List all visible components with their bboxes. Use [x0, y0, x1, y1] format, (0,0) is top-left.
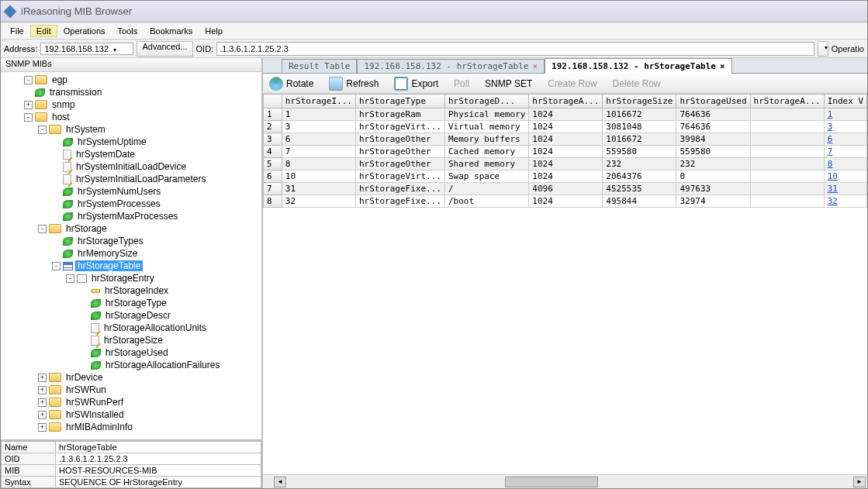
menu-file[interactable]: File [4, 25, 30, 37]
cell[interactable]: 8 [282, 158, 355, 170]
tree-node-hrSWRunPerf[interactable]: +hrSWRunPerf [1, 396, 261, 408]
cell[interactable]: Cached memory [444, 146, 528, 158]
cell[interactable] [750, 121, 824, 133]
export-button[interactable]: Export [394, 77, 438, 91]
cell[interactable]: hrStorageFixe... [355, 195, 444, 208]
cell[interactable]: 1016672 [603, 133, 676, 146]
menu-tools[interactable]: Tools [112, 25, 144, 37]
cell[interactable]: 6 [282, 133, 355, 146]
cell[interactable]: 1024 [529, 158, 603, 170]
row-number[interactable]: 6 [264, 170, 282, 183]
expander-icon[interactable]: + [38, 386, 47, 394]
cell[interactable]: Memory buffers [444, 133, 528, 146]
tree-node-hrStorageSize[interactable]: hrStorageSize [1, 334, 261, 346]
cell[interactable]: hrStorageFixe... [355, 183, 444, 195]
menu-help[interactable]: Help [199, 25, 229, 37]
cell[interactable]: 1024 [529, 133, 603, 146]
cell[interactable]: 1024 [529, 170, 603, 183]
cell[interactable]: 232 [676, 158, 750, 170]
cell[interactable]: 559580 [676, 146, 750, 158]
cell[interactable]: 3081048 [603, 121, 676, 133]
row-number[interactable]: 1 [264, 108, 282, 121]
cell[interactable]: 32 [282, 195, 355, 208]
tree-node-hrStorage[interactable]: -hrStorage [1, 222, 261, 235]
cell[interactable]: 764636 [676, 108, 750, 121]
cell[interactable]: 7 [282, 146, 355, 158]
scroll-thumb[interactable] [505, 477, 598, 487]
close-icon[interactable]: × [532, 61, 538, 71]
cell[interactable]: 7 [824, 146, 866, 158]
tree-node-hrStorageUsed[interactable]: hrStorageUsed [1, 346, 261, 359]
cell[interactable]: Virtual memory [444, 121, 528, 133]
row-number[interactable]: 8 [264, 195, 282, 208]
cell[interactable]: 31 [824, 183, 866, 195]
expander-icon[interactable]: - [38, 126, 47, 134]
tree-node-hrSystemProcesses[interactable]: hrSystemProcesses [1, 198, 261, 210]
tree-node-hrStorageTable[interactable]: -hrStorageTable [1, 260, 261, 272]
tree-node-hrMemorySize[interactable]: hrMemorySize [1, 247, 261, 260]
scroll-left-icon[interactable]: ◄ [274, 477, 286, 487]
cell[interactable]: 3 [282, 121, 355, 133]
column-header[interactable]: hrStorageA... [750, 95, 824, 108]
cell[interactable]: Physical memory [444, 108, 528, 121]
tree-node-hrStorageDescr[interactable]: hrStorageDescr [1, 309, 261, 322]
cell[interactable]: /boot [444, 195, 528, 208]
tree-node-hrSystemMaxProcesses[interactable]: hrSystemMaxProcesses [1, 210, 261, 222]
cell[interactable] [750, 133, 824, 146]
column-header[interactable]: hrStorageI... [282, 95, 355, 108]
cell[interactable]: 1024 [529, 146, 603, 158]
tree-node-hrSystemNumUsers[interactable]: hrSystemNumUsers [1, 185, 261, 198]
column-header[interactable]: hrStorageA... [529, 95, 603, 108]
close-icon[interactable]: × [720, 61, 725, 71]
expander-icon[interactable]: - [24, 76, 33, 84]
cell[interactable]: 1016672 [603, 108, 676, 121]
expander-icon[interactable]: - [24, 113, 33, 122]
address-input[interactable]: 192.168.158.132 [40, 43, 133, 55]
cell[interactable]: 10 [282, 170, 355, 183]
cell[interactable]: / [444, 183, 528, 195]
tree-node-hrSWInstalled[interactable]: +hrSWInstalled [1, 408, 261, 421]
cell[interactable] [750, 195, 824, 208]
cell[interactable]: 1024 [529, 195, 603, 208]
row-number[interactable]: 2 [264, 121, 282, 133]
cell[interactable]: 1 [282, 108, 355, 121]
cell[interactable]: 1024 [529, 121, 603, 133]
cell[interactable]: 31 [282, 183, 355, 195]
cell[interactable]: 1024 [529, 108, 603, 121]
cell[interactable]: 32 [824, 195, 866, 208]
tree-node-hrStorageType[interactable]: hrStorageType [1, 297, 261, 309]
tree-node-hrStorageAllocationFailures[interactable]: hrStorageAllocationFailures [1, 359, 261, 371]
cell[interactable] [750, 108, 824, 121]
tree-node-hrStorageTypes[interactable]: hrStorageTypes [1, 235, 261, 247]
tree-node-hrStorageAllocationUnits[interactable]: hrStorageAllocationUnits [1, 322, 261, 334]
cell[interactable]: 4096 [529, 183, 603, 195]
row-number[interactable]: 4 [264, 146, 282, 158]
cell[interactable]: 10 [824, 170, 866, 183]
cell[interactable]: 559580 [603, 146, 676, 158]
mib-tree[interactable]: -egptransmission+snmp-host-hrSystemhrSys… [1, 72, 261, 439]
tree-node-hrStorageIndex[interactable]: hrStorageIndex [1, 284, 261, 297]
cell[interactable]: hrStorageRam [355, 108, 444, 121]
tab[interactable]: 192.168.158.132 - hrStorageTable× [357, 59, 545, 73]
cell[interactable]: 39984 [676, 133, 750, 146]
cell[interactable] [750, 158, 824, 170]
expander-icon[interactable]: - [52, 262, 61, 270]
cell[interactable]: 1 [824, 108, 866, 121]
cell[interactable]: 497633 [676, 183, 750, 195]
column-header[interactable]: hrStorageSize [603, 95, 676, 108]
row-number[interactable]: 7 [264, 183, 282, 195]
tab[interactable]: 192.168.158.132 - hrStorageTable× [545, 58, 732, 74]
menu-operations[interactable]: Operations [57, 25, 112, 37]
row-number[interactable]: 5 [264, 158, 282, 170]
tree-node-hrMIBAdminInfo[interactable]: +hrMIBAdminInfo [1, 421, 261, 433]
horizontal-scrollbar[interactable]: ◄ ► [263, 474, 867, 488]
tree-node-egp[interactable]: -egp [1, 74, 261, 86]
cell[interactable]: Swap space [444, 170, 528, 183]
cell[interactable]: 8 [824, 158, 866, 170]
tree-node-hrSystemDate[interactable]: hrSystemDate [1, 148, 261, 160]
advanced-button[interactable]: Advanced... [137, 41, 192, 57]
tree-node-snmp[interactable]: +snmp [1, 98, 261, 111]
cell[interactable]: 0 [676, 170, 750, 183]
tree-node-hrSystemInitialLoadParameters[interactable]: hrSystemInitialLoadParameters [1, 173, 261, 185]
cell[interactable]: hrStorageOther [355, 146, 444, 158]
